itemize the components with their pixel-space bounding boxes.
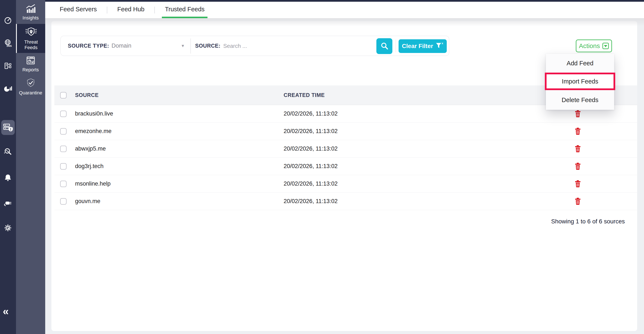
source-cell: abwxjp5.me [75, 145, 284, 152]
sidebar-item-label: Threat Feeds [20, 39, 42, 50]
delete-icon[interactable] [575, 110, 581, 117]
row-checkbox[interactable] [60, 111, 66, 117]
tab-feed-servers[interactable]: Feed Servers [57, 2, 100, 18]
source-cell: emezonhe.me [75, 128, 284, 134]
tab-bar: Feed Servers Feed Hub Trusted Feeds [45, 2, 644, 18]
column-header-source: SOURCE [75, 92, 284, 98]
threat-shield-skull-icon [25, 27, 37, 37]
feed-server-shield-icon[interactable] [1, 120, 15, 135]
sidebar-nav: Insights Threat Feeds Reports Quarantine [16, 0, 45, 334]
column-header-created-time: CREATED TIME [284, 92, 518, 98]
menu-item-import-feeds[interactable]: Import Feeds [546, 74, 614, 88]
row-checkbox[interactable] [60, 146, 66, 152]
menu-item-add-feed[interactable]: Add Feed [546, 54, 614, 73]
filter-bar: SOURCE TYPE: Domain ▼ SOURCE: Clear Filt… [60, 36, 449, 56]
insights-chart-icon [26, 4, 36, 13]
svg-text:DNS: DNS [6, 45, 12, 47]
clear-filter-button[interactable]: Clear Filter x [398, 39, 447, 53]
sidebar-item-label: Insights [22, 15, 39, 21]
tabbar-shadow [45, 18, 644, 26]
row-checkbox[interactable] [60, 181, 66, 187]
dropdown-caret-icon [602, 43, 609, 49]
actions-dropdown-menu: Add Feed Import Feeds Delete Feeds [546, 54, 614, 110]
filter-x-icon: x [436, 42, 443, 50]
select-all-checkbox[interactable] [60, 92, 66, 98]
sidebar-item-label: Quarantine [19, 90, 42, 96]
source-cell: brackusi0n.live [75, 110, 284, 117]
threat-hunting-icon[interactable] [4, 147, 12, 156]
table-row: dog3rj.tech 20/02/2026, 11:13:02 [54, 157, 637, 175]
delete-icon[interactable] [575, 198, 581, 205]
top-border [45, 0, 644, 2]
notifications-bell-icon[interactable] [4, 174, 12, 182]
actions-button[interactable]: Actions [576, 40, 612, 52]
reports-icon [26, 56, 36, 65]
sidebar-item-label: Reports [22, 67, 39, 73]
row-checkbox[interactable] [60, 128, 66, 134]
created-time-cell: 20/02/2026, 11:13:02 [284, 110, 518, 117]
row-checkbox[interactable] [60, 198, 66, 205]
filter-divider [396, 40, 396, 52]
created-time-cell: 20/02/2026, 11:13:02 [284, 128, 518, 134]
delete-icon[interactable] [575, 163, 581, 170]
source-cell: msonline.help [75, 181, 284, 187]
svg-text:x: x [442, 42, 443, 45]
table-row: gouvn.me 20/02/2026, 11:13:02 [54, 193, 637, 210]
source-label: SOURCE: [195, 36, 220, 56]
sidebar-collapse-button[interactable]: « [3, 305, 8, 317]
delete-icon[interactable] [575, 128, 581, 135]
created-time-cell: 20/02/2026, 11:13:02 [284, 198, 518, 205]
created-time-cell: 20/02/2026, 11:13:02 [284, 181, 518, 187]
clear-filter-label: Clear Filter [402, 43, 433, 50]
source-type-label: SOURCE TYPE: [68, 36, 109, 56]
row-checkbox[interactable] [60, 163, 66, 170]
results-summary: Showing 1 to 6 of 6 sources [469, 218, 625, 225]
tab-separator [107, 7, 107, 14]
sidebar-item-threat-feeds[interactable]: Threat Feeds [16, 24, 45, 53]
tab-feed-hub[interactable]: Feed Hub [114, 2, 147, 18]
integrations-plug-icon[interactable] [4, 199, 12, 208]
import-feeds-highlight-box: Import Feeds [545, 73, 615, 90]
tab-separator [154, 7, 155, 14]
quarantine-shield-check-icon [26, 78, 36, 88]
filter-divider [190, 39, 191, 54]
created-time-cell: 20/02/2026, 11:13:02 [284, 163, 518, 170]
source-cell: gouvn.me [75, 198, 284, 205]
delete-icon[interactable] [575, 145, 581, 152]
dns-globe-icon[interactable]: DNS [4, 39, 12, 48]
source-search-input[interactable] [223, 40, 364, 52]
search-icon [380, 42, 389, 51]
sidebar-item-reports[interactable]: Reports [16, 54, 45, 74]
sidebar-item-insights[interactable]: Insights [16, 2, 45, 23]
tab-trusted-feeds[interactable]: Trusted Feeds [162, 2, 208, 18]
source-cell: dog3rj.tech [75, 163, 284, 170]
created-time-cell: 20/02/2026, 11:13:02 [284, 145, 518, 152]
icon-rail: DNS « [0, 0, 16, 334]
source-type-select[interactable]: Domain [112, 36, 131, 56]
table-row: emezonhe.me 20/02/2026, 11:13:02 [54, 123, 637, 140]
analytics-pie-icon[interactable] [4, 84, 12, 93]
settings-gear-icon[interactable] [4, 223, 12, 232]
chevron-down-icon[interactable]: ▼ [181, 36, 185, 56]
topology-icon[interactable] [4, 62, 12, 70]
table-row: abwxjp5.me 20/02/2026, 11:13:02 [54, 140, 637, 157]
menu-item-delete-feeds[interactable]: Delete Feeds [546, 90, 614, 110]
table-row: msonline.help 20/02/2026, 11:13:02 [54, 175, 637, 193]
dashboard-gauge-icon[interactable] [4, 16, 12, 25]
sidebar-item-quarantine[interactable]: Quarantine [16, 75, 45, 98]
delete-icon[interactable] [575, 180, 581, 187]
actions-label: Actions [579, 42, 600, 50]
search-button[interactable] [376, 38, 392, 54]
